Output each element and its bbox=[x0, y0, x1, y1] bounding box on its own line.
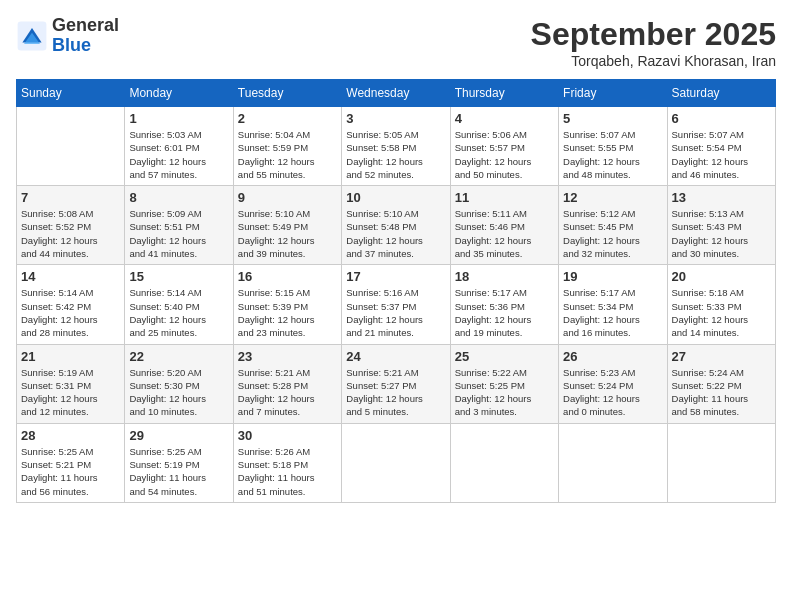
calendar-cell: 30Sunrise: 5:26 AM Sunset: 5:18 PM Dayli… bbox=[233, 423, 341, 502]
weekday-header-monday: Monday bbox=[125, 80, 233, 107]
day-number: 8 bbox=[129, 190, 228, 205]
day-info: Sunrise: 5:22 AM Sunset: 5:25 PM Dayligh… bbox=[455, 366, 554, 419]
calendar-cell: 22Sunrise: 5:20 AM Sunset: 5:30 PM Dayli… bbox=[125, 344, 233, 423]
logo-general: General bbox=[52, 15, 119, 35]
calendar-cell: 10Sunrise: 5:10 AM Sunset: 5:48 PM Dayli… bbox=[342, 186, 450, 265]
day-number: 1 bbox=[129, 111, 228, 126]
day-info: Sunrise: 5:24 AM Sunset: 5:22 PM Dayligh… bbox=[672, 366, 771, 419]
calendar-cell: 27Sunrise: 5:24 AM Sunset: 5:22 PM Dayli… bbox=[667, 344, 775, 423]
day-info: Sunrise: 5:10 AM Sunset: 5:48 PM Dayligh… bbox=[346, 207, 445, 260]
day-info: Sunrise: 5:17 AM Sunset: 5:34 PM Dayligh… bbox=[563, 286, 662, 339]
calendar-cell: 1Sunrise: 5:03 AM Sunset: 6:01 PM Daylig… bbox=[125, 107, 233, 186]
calendar-cell: 3Sunrise: 5:05 AM Sunset: 5:58 PM Daylig… bbox=[342, 107, 450, 186]
day-info: Sunrise: 5:21 AM Sunset: 5:28 PM Dayligh… bbox=[238, 366, 337, 419]
day-number: 15 bbox=[129, 269, 228, 284]
calendar-cell: 14Sunrise: 5:14 AM Sunset: 5:42 PM Dayli… bbox=[17, 265, 125, 344]
calendar-cell bbox=[450, 423, 558, 502]
calendar-cell: 6Sunrise: 5:07 AM Sunset: 5:54 PM Daylig… bbox=[667, 107, 775, 186]
logo: General Blue bbox=[16, 16, 119, 56]
calendar-week-row: 28Sunrise: 5:25 AM Sunset: 5:21 PM Dayli… bbox=[17, 423, 776, 502]
day-number: 9 bbox=[238, 190, 337, 205]
weekday-header-tuesday: Tuesday bbox=[233, 80, 341, 107]
day-info: Sunrise: 5:11 AM Sunset: 5:46 PM Dayligh… bbox=[455, 207, 554, 260]
day-number: 18 bbox=[455, 269, 554, 284]
day-number: 5 bbox=[563, 111, 662, 126]
day-number: 28 bbox=[21, 428, 120, 443]
calendar-cell: 16Sunrise: 5:15 AM Sunset: 5:39 PM Dayli… bbox=[233, 265, 341, 344]
day-number: 25 bbox=[455, 349, 554, 364]
day-info: Sunrise: 5:05 AM Sunset: 5:58 PM Dayligh… bbox=[346, 128, 445, 181]
day-info: Sunrise: 5:17 AM Sunset: 5:36 PM Dayligh… bbox=[455, 286, 554, 339]
day-info: Sunrise: 5:18 AM Sunset: 5:33 PM Dayligh… bbox=[672, 286, 771, 339]
calendar-cell bbox=[342, 423, 450, 502]
day-info: Sunrise: 5:07 AM Sunset: 5:55 PM Dayligh… bbox=[563, 128, 662, 181]
day-number: 14 bbox=[21, 269, 120, 284]
day-number: 6 bbox=[672, 111, 771, 126]
calendar-cell bbox=[559, 423, 667, 502]
calendar-cell: 25Sunrise: 5:22 AM Sunset: 5:25 PM Dayli… bbox=[450, 344, 558, 423]
calendar-cell: 4Sunrise: 5:06 AM Sunset: 5:57 PM Daylig… bbox=[450, 107, 558, 186]
calendar-week-row: 7Sunrise: 5:08 AM Sunset: 5:52 PM Daylig… bbox=[17, 186, 776, 265]
day-number: 3 bbox=[346, 111, 445, 126]
weekday-header-wednesday: Wednesday bbox=[342, 80, 450, 107]
day-number: 23 bbox=[238, 349, 337, 364]
calendar-cell: 19Sunrise: 5:17 AM Sunset: 5:34 PM Dayli… bbox=[559, 265, 667, 344]
day-number: 4 bbox=[455, 111, 554, 126]
day-number: 17 bbox=[346, 269, 445, 284]
calendar-cell: 21Sunrise: 5:19 AM Sunset: 5:31 PM Dayli… bbox=[17, 344, 125, 423]
logo-text: General Blue bbox=[52, 16, 119, 56]
calendar-cell: 9Sunrise: 5:10 AM Sunset: 5:49 PM Daylig… bbox=[233, 186, 341, 265]
day-number: 7 bbox=[21, 190, 120, 205]
calendar-cell: 7Sunrise: 5:08 AM Sunset: 5:52 PM Daylig… bbox=[17, 186, 125, 265]
calendar-cell: 5Sunrise: 5:07 AM Sunset: 5:55 PM Daylig… bbox=[559, 107, 667, 186]
logo-blue: Blue bbox=[52, 35, 91, 55]
day-info: Sunrise: 5:23 AM Sunset: 5:24 PM Dayligh… bbox=[563, 366, 662, 419]
calendar-cell: 20Sunrise: 5:18 AM Sunset: 5:33 PM Dayli… bbox=[667, 265, 775, 344]
calendar-cell: 18Sunrise: 5:17 AM Sunset: 5:36 PM Dayli… bbox=[450, 265, 558, 344]
calendar-cell: 8Sunrise: 5:09 AM Sunset: 5:51 PM Daylig… bbox=[125, 186, 233, 265]
calendar-cell bbox=[17, 107, 125, 186]
page-header: General Blue September 2025 Torqabeh, Ra… bbox=[16, 16, 776, 69]
calendar-week-row: 1Sunrise: 5:03 AM Sunset: 6:01 PM Daylig… bbox=[17, 107, 776, 186]
calendar-cell: 13Sunrise: 5:13 AM Sunset: 5:43 PM Dayli… bbox=[667, 186, 775, 265]
day-number: 10 bbox=[346, 190, 445, 205]
weekday-header-saturday: Saturday bbox=[667, 80, 775, 107]
day-number: 12 bbox=[563, 190, 662, 205]
day-number: 2 bbox=[238, 111, 337, 126]
day-number: 19 bbox=[563, 269, 662, 284]
day-number: 21 bbox=[21, 349, 120, 364]
weekday-header-sunday: Sunday bbox=[17, 80, 125, 107]
day-info: Sunrise: 5:09 AM Sunset: 5:51 PM Dayligh… bbox=[129, 207, 228, 260]
month-title: September 2025 bbox=[531, 16, 776, 53]
day-number: 13 bbox=[672, 190, 771, 205]
day-number: 24 bbox=[346, 349, 445, 364]
day-number: 22 bbox=[129, 349, 228, 364]
day-info: Sunrise: 5:04 AM Sunset: 5:59 PM Dayligh… bbox=[238, 128, 337, 181]
calendar-cell: 15Sunrise: 5:14 AM Sunset: 5:40 PM Dayli… bbox=[125, 265, 233, 344]
day-number: 27 bbox=[672, 349, 771, 364]
location-subtitle: Torqabeh, Razavi Khorasan, Iran bbox=[531, 53, 776, 69]
calendar-cell: 28Sunrise: 5:25 AM Sunset: 5:21 PM Dayli… bbox=[17, 423, 125, 502]
calendar-cell: 29Sunrise: 5:25 AM Sunset: 5:19 PM Dayli… bbox=[125, 423, 233, 502]
day-info: Sunrise: 5:19 AM Sunset: 5:31 PM Dayligh… bbox=[21, 366, 120, 419]
day-info: Sunrise: 5:10 AM Sunset: 5:49 PM Dayligh… bbox=[238, 207, 337, 260]
day-number: 30 bbox=[238, 428, 337, 443]
day-info: Sunrise: 5:07 AM Sunset: 5:54 PM Dayligh… bbox=[672, 128, 771, 181]
weekday-header-thursday: Thursday bbox=[450, 80, 558, 107]
day-info: Sunrise: 5:14 AM Sunset: 5:40 PM Dayligh… bbox=[129, 286, 228, 339]
logo-icon bbox=[16, 20, 48, 52]
weekday-header-row: SundayMondayTuesdayWednesdayThursdayFrid… bbox=[17, 80, 776, 107]
calendar-cell: 17Sunrise: 5:16 AM Sunset: 5:37 PM Dayli… bbox=[342, 265, 450, 344]
title-section: September 2025 Torqabeh, Razavi Khorasan… bbox=[531, 16, 776, 69]
day-info: Sunrise: 5:06 AM Sunset: 5:57 PM Dayligh… bbox=[455, 128, 554, 181]
calendar-table: SundayMondayTuesdayWednesdayThursdayFrid… bbox=[16, 79, 776, 503]
day-info: Sunrise: 5:26 AM Sunset: 5:18 PM Dayligh… bbox=[238, 445, 337, 498]
day-info: Sunrise: 5:25 AM Sunset: 5:19 PM Dayligh… bbox=[129, 445, 228, 498]
calendar-cell bbox=[667, 423, 775, 502]
calendar-cell: 26Sunrise: 5:23 AM Sunset: 5:24 PM Dayli… bbox=[559, 344, 667, 423]
calendar-cell: 24Sunrise: 5:21 AM Sunset: 5:27 PM Dayli… bbox=[342, 344, 450, 423]
day-number: 29 bbox=[129, 428, 228, 443]
calendar-week-row: 14Sunrise: 5:14 AM Sunset: 5:42 PM Dayli… bbox=[17, 265, 776, 344]
day-info: Sunrise: 5:25 AM Sunset: 5:21 PM Dayligh… bbox=[21, 445, 120, 498]
day-number: 16 bbox=[238, 269, 337, 284]
